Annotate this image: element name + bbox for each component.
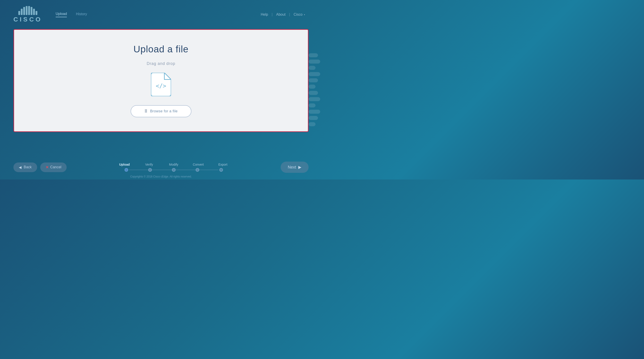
grid-icon: ⠿ bbox=[144, 109, 148, 114]
step-label-export: Export bbox=[211, 163, 235, 166]
step-dot-convert bbox=[196, 168, 199, 172]
logo-area: CISCO bbox=[14, 6, 42, 23]
back-button[interactable]: ◀ Back bbox=[14, 163, 37, 172]
chevron-down-icon: ▾ bbox=[304, 14, 305, 16]
browse-label: Browse for a file bbox=[150, 109, 178, 113]
help-link[interactable]: Help bbox=[257, 13, 272, 17]
cisco-bar-3 bbox=[23, 7, 25, 15]
cisco-bar-5 bbox=[28, 6, 30, 15]
footer: Copyrights © 2018 Cisco cEdge. All right… bbox=[0, 175, 322, 178]
cisco-dropdown-label: Cisco bbox=[294, 13, 302, 17]
cisco-bar-1 bbox=[18, 11, 20, 15]
nav-history[interactable]: History bbox=[76, 12, 87, 17]
header-right: Help | About | Cisco ▾ bbox=[257, 13, 308, 17]
step-dot-export bbox=[219, 168, 223, 172]
step-label-verify: Verify bbox=[137, 163, 162, 166]
next-button[interactable]: Next ▶ bbox=[281, 162, 308, 173]
drag-drop-text: Drag and drop bbox=[147, 61, 175, 66]
upload-title: Upload a file bbox=[134, 44, 188, 55]
nav-upload[interactable]: Upload bbox=[56, 12, 67, 17]
header: CISCO Upload History Help | About | Cisc… bbox=[0, 0, 322, 29]
step-label-upload: Upload bbox=[112, 163, 137, 166]
progress-steps: Upload Verify Modify Convert Export bbox=[76, 163, 272, 172]
browse-button[interactable]: ⠿ Browse for a file bbox=[130, 105, 192, 117]
main-nav: Upload History bbox=[56, 12, 87, 17]
cancel-icon: ✕ bbox=[46, 165, 48, 169]
svg-text:</>: </> bbox=[156, 83, 166, 89]
step-dot-upload bbox=[124, 168, 128, 172]
cisco-bar-7 bbox=[33, 9, 35, 15]
cisco-bar-8 bbox=[36, 11, 37, 15]
cisco-logo: CISCO bbox=[14, 6, 42, 23]
step-track bbox=[124, 168, 223, 172]
next-icon: ▶ bbox=[298, 165, 302, 170]
cisco-logo-text: CISCO bbox=[14, 16, 42, 23]
file-code-icon: </> bbox=[151, 73, 171, 96]
about-link[interactable]: About bbox=[272, 13, 289, 17]
cisco-bar-4 bbox=[26, 6, 28, 15]
copyright-text: Copyrights © 2018 Cisco cEdge. All right… bbox=[130, 175, 192, 178]
upload-panel: Upload a file Drag and drop </> ⠿ Browse… bbox=[14, 29, 308, 132]
main-content: Upload a file Drag and drop </> ⠿ Browse… bbox=[0, 29, 322, 132]
step-dot-verify bbox=[148, 168, 152, 172]
cancel-button[interactable]: ✕ Cancel bbox=[40, 163, 67, 172]
cisco-logo-bars bbox=[18, 6, 37, 15]
step-label-convert: Convert bbox=[186, 163, 211, 166]
back-icon: ◀ bbox=[19, 165, 22, 169]
step-label-modify: Modify bbox=[162, 163, 186, 166]
back-label: Back bbox=[24, 165, 32, 169]
next-label: Next bbox=[288, 165, 296, 170]
step-dots bbox=[124, 168, 223, 172]
cisco-bar-6 bbox=[31, 7, 32, 15]
cisco-dropdown[interactable]: Cisco ▾ bbox=[290, 13, 308, 17]
cancel-label: Cancel bbox=[50, 165, 62, 169]
cisco-bar-2 bbox=[21, 9, 22, 15]
step-labels: Upload Verify Modify Convert Export bbox=[112, 163, 235, 166]
step-dot-modify bbox=[172, 168, 176, 172]
